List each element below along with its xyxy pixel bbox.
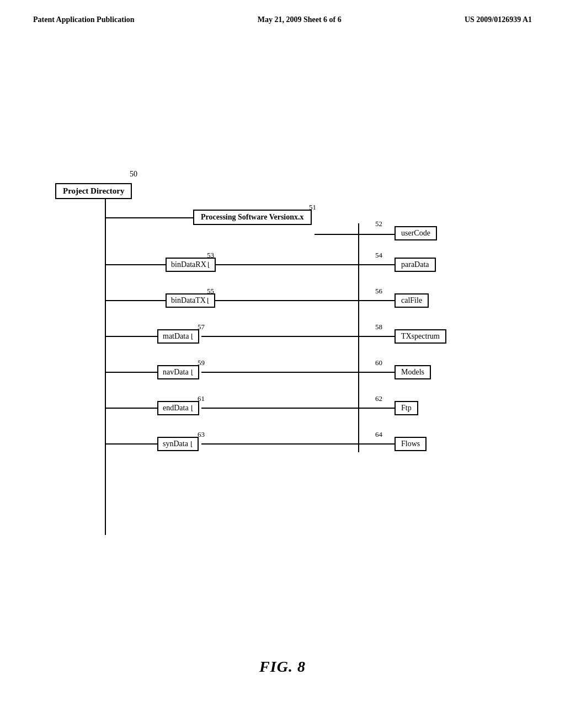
- navdata-node: navData⌊: [157, 365, 199, 379]
- diagram-svg: [44, 138, 519, 557]
- ref-62: 62: [375, 394, 382, 403]
- ref-61: 61: [198, 394, 205, 403]
- ref-57: 57: [198, 323, 205, 331]
- ref-58: 58: [375, 323, 382, 331]
- project-directory-label: Project Directory: [55, 183, 132, 199]
- ref-53: 53: [207, 251, 214, 260]
- header-left: Patent Application Publication: [33, 15, 135, 24]
- ftp-label: Ftp: [395, 401, 418, 415]
- processing-software-node: Processing Software Versionx.x: [193, 210, 312, 225]
- syndata-node: synData⌊: [157, 437, 199, 451]
- calfile-node: calFile: [395, 293, 429, 308]
- ref-56: 56: [375, 287, 382, 296]
- header-center: May 21, 2009 Sheet 6 of 6: [258, 15, 342, 24]
- ref-50: 50: [130, 170, 137, 179]
- usercode-label: userCode: [395, 226, 437, 240]
- diagram-container: Project Directory 50 Processing Software…: [44, 138, 519, 557]
- ftp-node: Ftp: [395, 401, 418, 415]
- txspectrum-label: TXspectrum: [395, 329, 446, 344]
- header-right: US 2009/0126939 A1: [465, 15, 532, 24]
- ref-59: 59: [198, 358, 205, 367]
- ref-51: 51: [309, 203, 316, 212]
- root-node: Project Directory: [55, 183, 132, 199]
- paradata-node: paraData: [395, 258, 436, 272]
- ref-60: 60: [375, 358, 382, 367]
- matdata-label: matData⌊: [157, 329, 199, 344]
- ref-54: 54: [375, 251, 382, 260]
- enddata-node: endData⌊: [157, 401, 199, 415]
- ref-55: 55: [207, 287, 214, 296]
- models-label: Models: [395, 365, 431, 379]
- paradata-label: paraData: [395, 258, 436, 272]
- calfile-label: calFile: [395, 293, 429, 308]
- ref-52: 52: [375, 220, 382, 228]
- figure-caption: FIG. 8: [0, 658, 565, 676]
- ref-64: 64: [375, 430, 382, 439]
- syndata-label: synData⌊: [157, 437, 199, 451]
- usercode-node: userCode: [395, 226, 437, 240]
- matdata-node: matData⌊: [157, 329, 199, 344]
- processing-software-label: Processing Software Versionx.x: [193, 210, 312, 225]
- enddata-label: endData⌊: [157, 401, 199, 415]
- flows-node: Flows: [395, 437, 427, 451]
- ref-63: 63: [198, 430, 205, 439]
- txspectrum-node: TXspectrum: [395, 329, 446, 344]
- navdata-label: navData⌊: [157, 365, 199, 379]
- page-header: Patent Application Publication May 21, 2…: [0, 15, 565, 24]
- flows-label: Flows: [395, 437, 427, 451]
- models-node: Models: [395, 365, 431, 379]
